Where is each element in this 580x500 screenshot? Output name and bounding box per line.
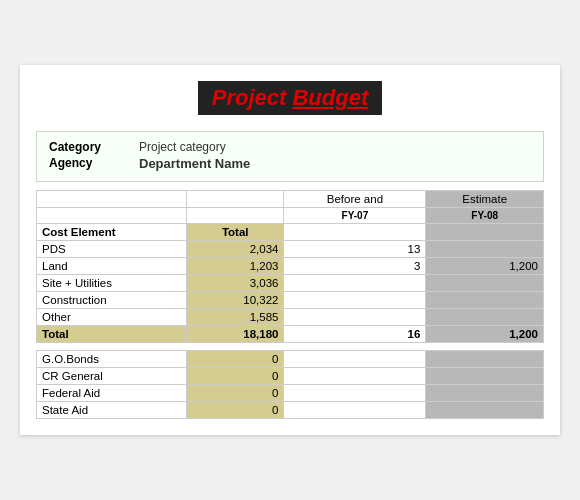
funding-row: CR General 0 xyxy=(37,368,544,385)
funding-before xyxy=(284,368,426,385)
funding-before xyxy=(284,351,426,368)
subheader-estimate: FY-08 xyxy=(426,208,544,224)
row-total: 1,203 xyxy=(187,258,284,275)
spacer-cell xyxy=(37,343,544,351)
table-row: Construction 10,322 xyxy=(37,292,544,309)
header-category xyxy=(37,191,187,208)
row-before xyxy=(284,292,426,309)
funding-row: State Aid 0 xyxy=(37,402,544,419)
subheader-row: FY-07 FY-08 xyxy=(37,208,544,224)
table-row: PDS 2,034 13 xyxy=(37,241,544,258)
category-label: Category xyxy=(49,140,139,154)
table-row: Site + Utilities 3,036 xyxy=(37,275,544,292)
funding-estimate xyxy=(426,385,544,402)
row-estimate xyxy=(426,309,544,326)
title-budget: Budget xyxy=(292,85,368,110)
total-row: Total 18,180 16 1,200 xyxy=(37,326,544,343)
spacer-row xyxy=(37,343,544,351)
funding-label: CR General xyxy=(37,368,187,385)
table-row: Other 1,585 xyxy=(37,309,544,326)
row-estimate xyxy=(426,275,544,292)
funding-before xyxy=(284,402,426,419)
row-total: 10,322 xyxy=(187,292,284,309)
row-total: 3,036 xyxy=(187,275,284,292)
title-block: Project Budget xyxy=(36,81,544,115)
total-total: 18,180 xyxy=(187,326,284,343)
meta-category-row: Category Project category xyxy=(49,140,531,154)
table-row: Land 1,203 3 1,200 xyxy=(37,258,544,275)
funding-total: 0 xyxy=(187,351,284,368)
funding-label: G.O.Bonds xyxy=(37,351,187,368)
funding-before xyxy=(284,385,426,402)
cost-element-estimate xyxy=(426,224,544,241)
meta-agency-row: Agency Department Name xyxy=(49,156,531,171)
row-total: 1,585 xyxy=(187,309,284,326)
subheader-category xyxy=(37,208,187,224)
row-estimate xyxy=(426,241,544,258)
funding-row: G.O.Bonds 0 xyxy=(37,351,544,368)
title-project: Project xyxy=(212,85,293,110)
header-total-blank xyxy=(187,191,284,208)
funding-label: State Aid xyxy=(37,402,187,419)
funding-total: 0 xyxy=(187,385,284,402)
funding-total: 0 xyxy=(187,368,284,385)
agency-value: Department Name xyxy=(139,156,250,171)
title-box: Project Budget xyxy=(198,81,382,115)
category-value: Project category xyxy=(139,140,226,154)
subheader-before: FY-07 xyxy=(284,208,426,224)
row-label: Land xyxy=(37,258,187,275)
total-label: Total xyxy=(37,326,187,343)
header-before: Before and xyxy=(284,191,426,208)
funding-label: Federal Aid xyxy=(37,385,187,402)
cost-element-header-row: Cost Element Total xyxy=(37,224,544,241)
cost-element-total: Total xyxy=(187,224,284,241)
total-before: 16 xyxy=(284,326,426,343)
cost-element-label: Cost Element xyxy=(37,224,187,241)
page-container: Project Budget Category Project category… xyxy=(20,65,560,435)
row-before: 3 xyxy=(284,258,426,275)
agency-label: Agency xyxy=(49,156,139,171)
funding-total: 0 xyxy=(187,402,284,419)
budget-table: Before and Estimate FY-07 FY-08 Cost Ele… xyxy=(36,190,544,419)
row-label: Other xyxy=(37,309,187,326)
row-before xyxy=(284,309,426,326)
row-label: Site + Utilities xyxy=(37,275,187,292)
total-estimate: 1,200 xyxy=(426,326,544,343)
row-total: 2,034 xyxy=(187,241,284,258)
subheader-total xyxy=(187,208,284,224)
row-label: Construction xyxy=(37,292,187,309)
meta-section: Category Project category Agency Departm… xyxy=(36,131,544,182)
header-estimate: Estimate xyxy=(426,191,544,208)
funding-estimate xyxy=(426,402,544,419)
cost-element-before xyxy=(284,224,426,241)
funding-estimate xyxy=(426,351,544,368)
row-label: PDS xyxy=(37,241,187,258)
funding-estimate xyxy=(426,368,544,385)
funding-row: Federal Aid 0 xyxy=(37,385,544,402)
row-before: 13 xyxy=(284,241,426,258)
row-estimate: 1,200 xyxy=(426,258,544,275)
row-estimate xyxy=(426,292,544,309)
column-header-row: Before and Estimate xyxy=(37,191,544,208)
row-before xyxy=(284,275,426,292)
